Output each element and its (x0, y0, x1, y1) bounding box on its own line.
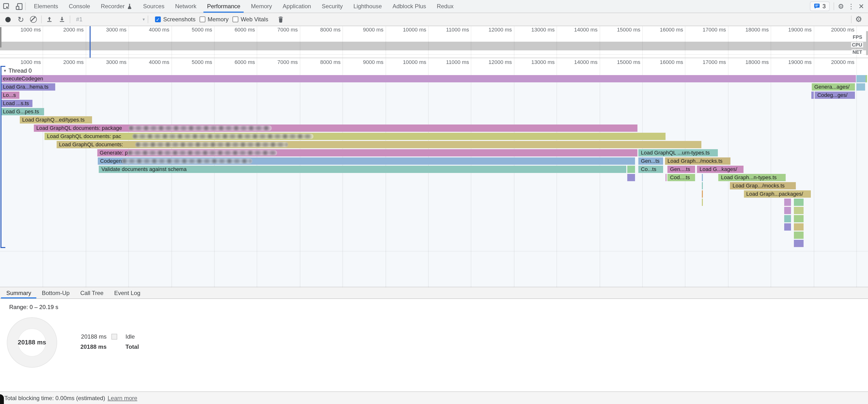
flame-event-label: Generate: p (100, 150, 128, 155)
flame-event-label: Load GraphQL documents: pac (47, 133, 121, 139)
flame-event-fragment[interactable] (784, 198, 791, 206)
flame-event-fragment[interactable] (794, 198, 804, 206)
devtools-window: ElementsConsoleRecorderSourcesNetworkPer… (0, 0, 868, 404)
flame-event-label: Load Graph...packages/ (746, 191, 803, 197)
flame-event[interactable]: Load ...s.ts (0, 100, 32, 107)
details-tab-summary[interactable]: Summary (1, 287, 37, 299)
flame-event[interactable]: Load GraphQ...ed/types.ts (20, 116, 92, 124)
flame-event-label: Validate documents against schema (101, 166, 187, 172)
legend-label: Total (125, 343, 139, 350)
status-bar: Total blocking time: 0.00ms (estimated) … (0, 392, 868, 404)
flame-event[interactable]: Generate: p (97, 149, 638, 156)
flame-event-fragment[interactable] (794, 215, 804, 222)
redacted-text-smudge (135, 142, 288, 147)
details-tab-event-log[interactable]: Event Log (109, 287, 146, 299)
flame-event-label: Gen....ts (670, 166, 690, 172)
redacted-text-smudge (127, 150, 277, 155)
flame-event[interactable]: Load Graph.../mocks.ts (664, 157, 731, 165)
total-blocking-time-text: Total blocking time: 0.00ms (estimated) (4, 395, 105, 401)
redacted-text-smudge (129, 125, 272, 131)
flame-event[interactable]: Load GraphQL documents: pac (44, 133, 665, 140)
legend-value: 20188 ms (68, 343, 106, 350)
flame-event[interactable]: Load G...kages/ (697, 166, 744, 173)
flame-event-fragment[interactable] (784, 223, 791, 230)
flame-event-label: Load GraphQL documents: package (36, 125, 122, 131)
flame-event-label: Co...ts (641, 166, 656, 172)
flame-event[interactable]: Load GraphQL documents: package (33, 124, 638, 132)
flame-event-fragment[interactable] (784, 207, 791, 214)
redacted-text-smudge (122, 158, 252, 164)
flame-event-fragment[interactable] (857, 83, 865, 91)
flame-event-fragment[interactable] (627, 166, 635, 173)
flame-event[interactable]: Gen....ts (667, 166, 695, 173)
flame-event-fragment[interactable] (857, 75, 865, 82)
flame-event[interactable]: Load GraphQL documents: (56, 141, 702, 148)
flame-event-fragment[interactable] (702, 182, 703, 189)
flame-event-label: executeCodegen (3, 75, 43, 82)
flame-event[interactable]: Co...ts (638, 166, 663, 173)
flame-event-label: Load ...s.ts (3, 100, 29, 106)
selection-bracket-top (0, 66, 5, 67)
flame-event[interactable]: Gen...ts (638, 157, 663, 165)
flame-event[interactable]: Load Graph...packages/ (743, 190, 811, 198)
flame-event[interactable]: Load G...pes.ts (0, 108, 44, 115)
flame-event-label: Gen...ts (641, 158, 659, 164)
flame-event-fragment[interactable] (794, 223, 804, 230)
flame-event-label: Codeg...ges/ (817, 92, 848, 98)
flame-event-fragment[interactable] (702, 174, 703, 181)
summary-donut-chart: 20188 ms (7, 317, 57, 368)
flame-event-fragment[interactable] (784, 215, 791, 222)
redacted-text-smudge (132, 134, 314, 139)
flame-event-label: Load G...pes.ts (3, 108, 39, 114)
flame-event-fragment[interactable] (702, 198, 703, 206)
legend-row-idle: 20188 msIdle (68, 333, 135, 340)
flame-event[interactable]: Validate documents against schema (99, 166, 626, 173)
flame-event-fragment[interactable] (811, 92, 813, 99)
flame-event[interactable]: Load Graph...n-types.ts (718, 174, 786, 181)
flame-event-label: Load Grap.../mocks.ts (733, 183, 785, 188)
flame-bars-layer: executeCodegenLoad Gra...hema.tsGenera..… (0, 0, 868, 287)
selection-bracket (0, 66, 1, 248)
flame-event-label: Load GraphQL documents: (59, 142, 123, 147)
flame-event-label: Load Gra...hema.ts (3, 84, 49, 90)
legend-idle-swatch (112, 334, 117, 340)
selection-bracket-bottom (0, 247, 5, 248)
flame-event-fragment[interactable] (794, 207, 804, 214)
flame-event[interactable]: Load GraphQL ...urn-types.ts (638, 149, 718, 156)
flame-event[interactable]: Genera...ages/ (811, 83, 855, 91)
flame-event-fragment[interactable] (627, 174, 635, 181)
range-label: Range: 0 – 20.19 s (9, 304, 58, 311)
flame-event[interactable]: Cod....ts (667, 174, 695, 181)
donut-total-label: 20188 ms (7, 339, 57, 346)
flame-event-fragment[interactable] (794, 240, 804, 247)
legend-value: 20188 ms (68, 333, 106, 340)
flame-event-label: Load Graph.../mocks.ts (668, 158, 722, 164)
flame-event-label: Load G...kages/ (700, 166, 737, 172)
details-tab-call-tree[interactable]: Call Tree (75, 287, 109, 299)
flame-event[interactable]: Codeg...ges/ (814, 92, 855, 99)
flame-event-label: Load GraphQL ...urn-types.ts (641, 150, 710, 155)
flame-event[interactable]: Load Gra...hema.ts (0, 83, 55, 91)
flame-event-label: Load GraphQ...ed/types.ts (22, 117, 85, 123)
flame-event-label: Load Graph...n-types.ts (721, 175, 777, 180)
flame-event[interactable]: Codegen: (97, 157, 635, 165)
flame-event-fragment[interactable] (665, 174, 666, 181)
learn-more-link[interactable]: Learn more (107, 395, 137, 401)
summary-pane: Range: 0 – 20.19 s 20188 ms 20188 msIdle… (0, 299, 868, 392)
flame-event-label: Lo...s (3, 92, 16, 98)
flame-event[interactable]: Load Grap.../mocks.ts (730, 182, 796, 189)
flame-event-fragment[interactable] (794, 231, 804, 239)
legend-row-total: 20188 msTotal (68, 343, 139, 350)
details-tabbar: SummaryBottom-UpCall TreeEvent Log (0, 287, 868, 299)
flame-event-label: Codegen: (100, 158, 123, 164)
flame-event[interactable]: executeCodegen (0, 75, 856, 82)
flame-event-label: Cod....ts (670, 175, 690, 180)
flame-event-fragment[interactable] (866, 75, 867, 82)
legend-label: Idle (125, 333, 135, 340)
flame-event-fragment[interactable] (702, 190, 703, 198)
flame-event-label: Genera...ages/ (814, 84, 849, 90)
details-tab-bottom-up[interactable]: Bottom-Up (37, 287, 75, 299)
flame-event[interactable]: Lo...s (0, 92, 20, 99)
